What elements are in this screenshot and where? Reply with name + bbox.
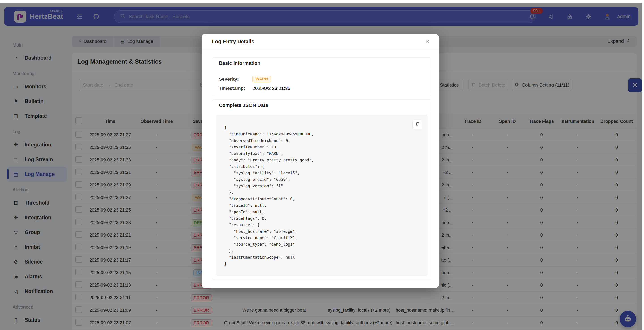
close-icon[interactable]: × — [422, 37, 432, 46]
timestamp-label: Timestamp: — [219, 86, 252, 91]
json-viewer: { "timeUnixNano": 1756826495459000000, "… — [216, 115, 428, 276]
json-content[interactable]: { "timeUnixNano": 1756826495459000000, "… — [216, 115, 428, 276]
copy-icon — [415, 122, 420, 127]
basic-information-title: Basic Information — [212, 58, 431, 69]
scrollbar[interactable] — [642, 3, 644, 330]
json-data-title: Complete JSON Data — [212, 100, 431, 111]
timestamp-value: 2025/9/2 23:21:35 — [252, 86, 290, 91]
copy-button[interactable] — [412, 120, 422, 129]
severity-badge: WARN — [252, 76, 271, 82]
json-data-card: Complete JSON Data { "timeUnixNano": 175… — [212, 99, 432, 280]
screen: HertzBeat APACHE 99+ — [0, 0, 644, 330]
severity-label: Severity: — [219, 76, 252, 82]
severity-row: Severity: WARN — [219, 76, 424, 82]
timestamp-row: Timestamp: 2025/9/2 23:21:35 — [219, 86, 424, 91]
log-entry-details-modal: Log Entry Details × Basic Information Se… — [202, 34, 439, 288]
modal-header: Log Entry Details × — [202, 34, 439, 49]
basic-information-card: Basic Information Severity: WARN Timesta… — [212, 57, 432, 96]
modal-title: Log Entry Details — [212, 39, 254, 45]
modal-body: Basic Information Severity: WARN Timesta… — [202, 49, 439, 280]
